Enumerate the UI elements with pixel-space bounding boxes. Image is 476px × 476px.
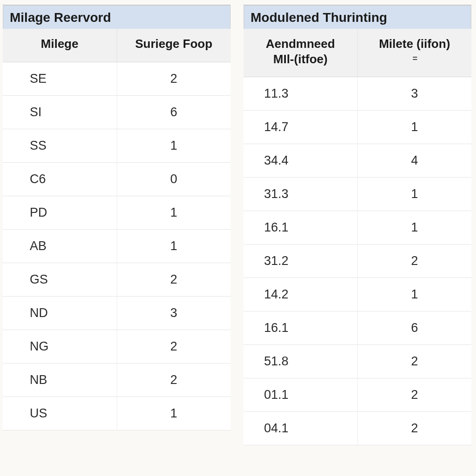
cell-milege: AB (3, 229, 117, 263)
right-table-title: Modulened Thurinting (244, 5, 471, 29)
cell-milege: SE (3, 62, 117, 95)
cell-milete: 1 (357, 178, 471, 211)
table-row: NG2 (3, 330, 231, 363)
cell-aendmneed: 14.7 (244, 111, 357, 144)
table-row: GS2 (3, 263, 231, 296)
table-row: 16.11 (244, 211, 471, 245)
left-table-title: Milage Reervord (3, 5, 231, 29)
cell-suriege: 1 (117, 129, 231, 162)
left-table-container: Milage Reervord Milege Suriege Foop SE2 … (3, 5, 231, 471)
table-row: 16.16 (244, 311, 471, 345)
cell-milete: 2 (357, 345, 471, 378)
cell-aendmneed: 16.1 (244, 211, 357, 245)
cell-suriege: 3 (117, 296, 231, 330)
cell-suriege: 1 (117, 196, 231, 229)
table-row: SE2 (3, 62, 231, 95)
table-row: C60 (3, 162, 231, 196)
cell-milege: C6 (3, 162, 117, 196)
table-row: 14.71 (244, 111, 471, 144)
cell-milege: GS (3, 263, 117, 296)
cell-milege: SS (3, 129, 117, 162)
cell-aendmneed: 04.1 (244, 412, 357, 445)
cell-suriege: 2 (117, 330, 231, 363)
cell-suriege: 2 (117, 263, 231, 296)
right-col-0-line2: MIl-(itfoe) (273, 52, 328, 66)
table-row: 34.44 (244, 144, 471, 178)
cell-milete: 4 (357, 144, 471, 178)
table-row: 04.12 (244, 412, 471, 445)
table-row: 01.12 (244, 378, 471, 412)
cell-milete: 2 (357, 378, 471, 412)
cell-milege: ND (3, 296, 117, 330)
left-table: Milage Reervord Milege Suriege Foop SE2 … (3, 5, 231, 430)
cell-aendmneed: 31.3 (244, 178, 357, 211)
table-row: SS1 (3, 129, 231, 162)
cell-milete: 1 (357, 278, 471, 311)
table-row: 11.33 (244, 77, 471, 111)
sort-icon[interactable]: = (362, 53, 468, 64)
cell-suriege: 6 (117, 95, 231, 129)
right-col-0-header[interactable]: Aendmneed MIl-(itfoe) (244, 29, 357, 77)
left-col-0-header[interactable]: Milege (3, 29, 117, 62)
right-table-header-row: Aendmneed MIl-(itfoe) Milete (iifon) = (244, 29, 471, 77)
table-row: US1 (3, 397, 231, 430)
cell-milete: 3 (357, 77, 471, 111)
cell-milete: 2 (357, 245, 471, 278)
right-col-1-header[interactable]: Milete (iifon) = (357, 29, 471, 77)
cell-aendmneed: 34.4 (244, 144, 357, 178)
cell-milete: 6 (357, 311, 471, 345)
cell-suriege: 1 (117, 397, 231, 430)
table-row: ND3 (3, 296, 231, 330)
cell-aendmneed: 14.2 (244, 278, 357, 311)
cell-aendmneed: 16.1 (244, 311, 357, 345)
cell-suriege: 2 (117, 363, 231, 397)
cell-milege: US (3, 397, 117, 430)
table-row: 31.22 (244, 245, 471, 278)
cell-aendmneed: 11.3 (244, 77, 357, 111)
right-col-1-label: Milete (iifon) (379, 37, 450, 51)
cell-aendmneed: 31.2 (244, 245, 357, 278)
cell-milege: NG (3, 330, 117, 363)
cell-suriege: 1 (117, 229, 231, 263)
page-root: Milage Reervord Milege Suriege Foop SE2 … (0, 0, 476, 476)
table-row: AB1 (3, 229, 231, 263)
cell-milete: 1 (357, 111, 471, 144)
table-row: 14.21 (244, 278, 471, 311)
right-col-0-line1: Aendmneed (266, 37, 335, 51)
cell-milege: NB (3, 363, 117, 397)
cell-milete: 2 (357, 412, 471, 445)
table-row: SI6 (3, 95, 231, 129)
cell-suriege: 0 (117, 162, 231, 196)
left-col-1-header[interactable]: Suriege Foop (117, 29, 231, 62)
cell-milete: 1 (357, 211, 471, 245)
right-table-container: Modulened Thurinting Aendmneed MIl-(itfo… (244, 5, 471, 471)
table-row: 31.31 (244, 178, 471, 211)
cell-milege: PD (3, 196, 117, 229)
right-table: Modulened Thurinting Aendmneed MIl-(itfo… (244, 5, 471, 445)
cell-milege: SI (3, 95, 117, 129)
cell-aendmneed: 51.8 (244, 345, 357, 378)
table-row: PD1 (3, 196, 231, 229)
cell-aendmneed: 01.1 (244, 378, 357, 412)
left-table-header-row: Milege Suriege Foop (3, 29, 231, 62)
table-row: 51.82 (244, 345, 471, 378)
table-row: NB2 (3, 363, 231, 397)
cell-suriege: 2 (117, 62, 231, 95)
